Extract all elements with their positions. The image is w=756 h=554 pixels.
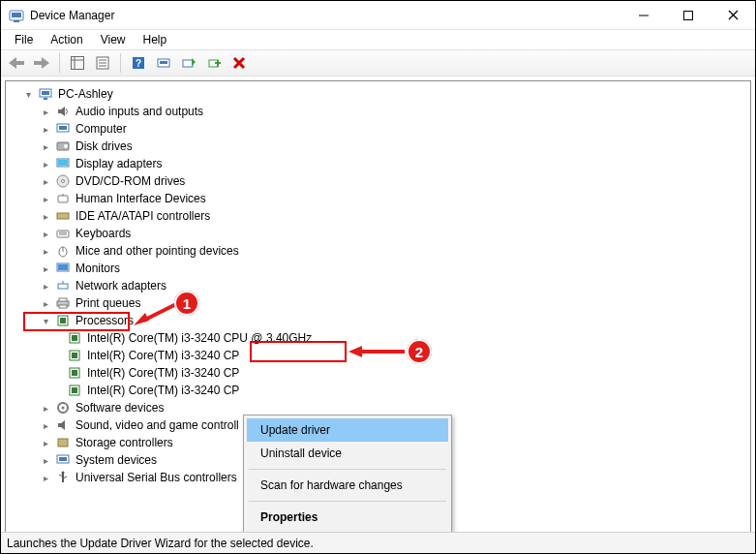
chevron-right-icon[interactable]: ▸ bbox=[39, 436, 52, 449]
tree-category[interactable]: ▸ Network adapters bbox=[10, 277, 750, 294]
tree-category[interactable]: ▸ DVD/CD-ROM drives bbox=[10, 172, 750, 190]
chevron-right-icon[interactable]: ▸ bbox=[39, 453, 52, 467]
chevron-right-icon[interactable]: ▸ bbox=[39, 401, 52, 415]
chevron-right-icon[interactable]: ▸ bbox=[39, 105, 52, 118]
chevron-right-icon[interactable]: ▸ bbox=[39, 227, 52, 240]
disk-icon bbox=[55, 138, 71, 154]
tree-device[interactable]: Intel(R) Core(TM) i3-3240 CP bbox=[10, 364, 750, 382]
tree-category[interactable]: ▸ Human Interface Devices bbox=[10, 190, 750, 207]
menu-view[interactable]: View bbox=[93, 31, 134, 48]
update-driver-button[interactable] bbox=[177, 51, 200, 75]
menu-help[interactable]: Help bbox=[136, 31, 175, 48]
svg-rect-29 bbox=[44, 98, 47, 100]
chevron-right-icon[interactable]: ▸ bbox=[39, 296, 52, 310]
cpu-icon bbox=[67, 348, 82, 363]
svg-marker-8 bbox=[34, 57, 49, 69]
svg-rect-53 bbox=[59, 305, 67, 308]
annotation-arrow-2 bbox=[348, 342, 407, 361]
app-icon bbox=[9, 8, 24, 23]
tree-device[interactable]: Intel(R) Core(TM) i3-3240 CP bbox=[10, 382, 750, 399]
storage-icon bbox=[55, 435, 71, 450]
hid-icon bbox=[55, 191, 71, 206]
tree-category[interactable]: ▸ Display adapters bbox=[10, 155, 750, 172]
svg-rect-4 bbox=[684, 11, 693, 19]
status-text: Launches the Update Driver Wizard for th… bbox=[7, 537, 314, 550]
ctx-properties[interactable]: Properties bbox=[247, 506, 448, 529]
ctx-uninstall[interactable]: Uninstall device bbox=[247, 442, 448, 465]
tree-label: Storage controllers bbox=[74, 436, 175, 449]
printer-icon bbox=[55, 295, 71, 311]
back-button[interactable] bbox=[5, 51, 28, 75]
ctx-separator bbox=[249, 469, 446, 470]
tree-label: Disk drives bbox=[74, 139, 135, 153]
tree-label: Network adapters bbox=[74, 279, 168, 292]
svg-rect-2 bbox=[14, 20, 19, 22]
tree-category[interactable]: ▸ IDE ATA/ATAPI controllers bbox=[10, 207, 750, 225]
ctx-update-driver[interactable]: Update driver bbox=[247, 418, 448, 442]
chevron-right-icon[interactable]: ▸ bbox=[39, 279, 52, 292]
context-menu: Update driver Uninstall device Scan for … bbox=[243, 415, 452, 533]
minimize-button[interactable] bbox=[621, 1, 666, 30]
tree-category[interactable]: ▸ Print queues bbox=[10, 294, 750, 312]
chevron-right-icon[interactable]: ▸ bbox=[39, 174, 52, 188]
forward-button[interactable] bbox=[30, 51, 53, 75]
properties-button[interactable] bbox=[91, 51, 114, 75]
device-tree-panel[interactable]: ▾ PC-Ashley ▸ Audio inputs and outputs ▸… bbox=[5, 80, 751, 538]
tree-category[interactable]: ▸ Audio inputs and outputs bbox=[10, 103, 750, 120]
chevron-down-icon[interactable]: ▾ bbox=[21, 87, 35, 101]
tree-label: Processors bbox=[74, 314, 136, 327]
tree-category-processors[interactable]: ▾ Processors bbox=[10, 312, 750, 329]
chevron-right-icon[interactable]: ▸ bbox=[39, 471, 52, 484]
tree-label: Universal Serial Bus controllers bbox=[74, 471, 239, 484]
maximize-button[interactable] bbox=[666, 1, 711, 30]
show-hide-tree-button[interactable] bbox=[66, 51, 89, 75]
scan-hardware-button[interactable] bbox=[152, 51, 175, 75]
audio-icon bbox=[55, 104, 71, 119]
tree-root[interactable]: ▾ PC-Ashley bbox=[10, 85, 750, 103]
svg-marker-66 bbox=[58, 420, 65, 430]
svg-rect-55 bbox=[60, 318, 66, 323]
tree-category[interactable]: ▸ Mice and other pointing devices bbox=[10, 242, 750, 260]
keyboard-icon bbox=[55, 226, 71, 241]
svg-point-71 bbox=[62, 472, 65, 475]
chevron-right-icon[interactable]: ▸ bbox=[39, 262, 52, 275]
svg-marker-7 bbox=[9, 57, 24, 69]
menu-file[interactable]: File bbox=[7, 31, 41, 48]
close-button[interactable] bbox=[711, 1, 755, 30]
svg-rect-41 bbox=[57, 213, 69, 219]
toolbar-separator bbox=[59, 53, 60, 73]
chevron-right-icon[interactable]: ▸ bbox=[39, 209, 52, 223]
tree-category[interactable]: ▸ Keyboards bbox=[10, 225, 750, 242]
svg-marker-77 bbox=[348, 346, 362, 357]
dvd-icon bbox=[55, 173, 71, 189]
svg-rect-32 bbox=[59, 126, 67, 130]
cpu-icon bbox=[67, 383, 82, 398]
computer-icon bbox=[55, 121, 71, 137]
menu-action[interactable]: Action bbox=[43, 31, 90, 48]
usb-icon bbox=[55, 470, 71, 485]
chevron-right-icon[interactable]: ▸ bbox=[39, 139, 52, 153]
ctx-scan[interactable]: Scan for hardware changes bbox=[247, 474, 448, 497]
chevron-right-icon[interactable]: ▸ bbox=[39, 157, 52, 170]
tree-category[interactable]: ▸ Disk drives bbox=[10, 138, 750, 155]
tree-category[interactable]: ▸ Computer bbox=[10, 120, 750, 138]
chevron-right-icon[interactable]: ▸ bbox=[39, 122, 52, 136]
svg-rect-48 bbox=[58, 264, 68, 270]
svg-point-38 bbox=[62, 180, 65, 183]
chevron-right-icon[interactable]: ▸ bbox=[39, 192, 52, 205]
svg-rect-28 bbox=[42, 91, 49, 95]
cpu-icon bbox=[67, 330, 82, 346]
tree-label: Intel(R) Core(TM) i3-3240 CP bbox=[85, 366, 241, 380]
chevron-right-icon[interactable]: ▸ bbox=[39, 418, 52, 432]
svg-rect-67 bbox=[58, 439, 68, 446]
ide-icon bbox=[55, 208, 71, 224]
tree-label: DVD/CD-ROM drives bbox=[74, 174, 187, 188]
help-button[interactable]: ? bbox=[127, 51, 150, 75]
add-legacy-button[interactable] bbox=[202, 51, 226, 75]
chevron-right-icon[interactable]: ▸ bbox=[39, 244, 52, 258]
uninstall-button[interactable] bbox=[227, 51, 251, 75]
system-icon bbox=[55, 452, 71, 468]
tree-label: Intel(R) Core(TM) i3-3240 CP bbox=[85, 349, 241, 362]
chevron-down-icon[interactable]: ▾ bbox=[39, 314, 52, 327]
tree-category[interactable]: ▸ Monitors bbox=[10, 260, 750, 277]
